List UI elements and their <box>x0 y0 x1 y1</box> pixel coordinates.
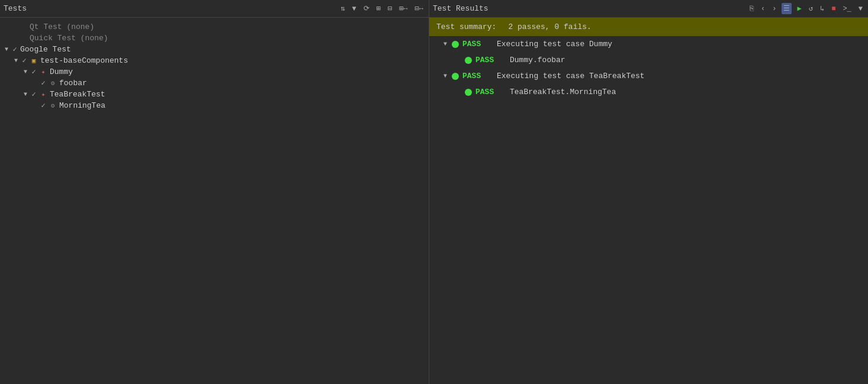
check-teabreak: ✓ <box>30 90 38 99</box>
expand-arrow-base-components: ▼ <box>12 57 20 64</box>
status-dot-teabreak <box>452 73 459 80</box>
copy-icon[interactable]: ⎘ <box>748 4 756 14</box>
status-label-morning-tea: PASS <box>475 88 505 96</box>
results-panel-header: Test Results ⎘ ‹ › ☰ ▶ ↺ ↳ ■ >_ ▼ <box>429 0 868 18</box>
status-label-foobar: PASS <box>475 56 505 64</box>
check-dummy: ✓ <box>30 67 38 76</box>
check-morning-tea: ✓ <box>39 101 47 110</box>
prev-icon[interactable]: ‹ <box>759 4 767 14</box>
tree-item-foobar[interactable]: ✓ ⚙ foobar <box>0 78 429 89</box>
run-icon[interactable]: ▶ <box>795 3 803 14</box>
right-panel: Test Results ⎘ ‹ › ☰ ▶ ↺ ↳ ■ >_ ▼ Test s… <box>429 0 868 384</box>
tree-item-dummy[interactable]: ▼ ✓ ✦ Dummy <box>0 66 429 78</box>
list-view-icon[interactable]: ☰ <box>782 3 792 14</box>
result-text-foobar: Dummy.foobar <box>510 56 565 64</box>
status-dot-morning-tea <box>465 89 472 96</box>
label-qt-test: Qt Test (none) <box>30 22 94 31</box>
expand-all-icon[interactable]: ⊞ <box>375 3 382 14</box>
result-row-dummy-foobar[interactable]: PASS Dummy.foobar <box>429 52 868 68</box>
label-base-components: test-baseComponents <box>40 56 128 65</box>
expand-arrow-teabreak: ▼ <box>21 91 30 98</box>
label-teabreak: TeaBreakTest <box>50 90 105 99</box>
expand-tree-icon[interactable]: ⊞↔ <box>397 3 409 14</box>
next-icon[interactable]: › <box>770 4 778 14</box>
terminal-icon[interactable]: >_ <box>841 4 853 14</box>
folder-icon-base-components: ▣ <box>28 57 39 64</box>
stop-icon[interactable]: ■ <box>830 4 837 14</box>
status-label-teabreak: PASS <box>462 72 492 80</box>
label-foobar: foobar <box>59 79 87 88</box>
label-google-test: Google Test <box>20 45 71 54</box>
status-dot-dummy <box>452 41 459 48</box>
tree-item-teabreak[interactable]: ▼ ✓ ✦ TeaBreakTest <box>0 89 429 100</box>
run-selected-icon[interactable]: ↳ <box>818 3 826 14</box>
filter-results-icon[interactable]: ▼ <box>857 4 864 14</box>
run-failed-icon[interactable]: ↺ <box>807 3 815 14</box>
tree-item-morning-tea[interactable]: ✓ ⚙ MorningTea <box>0 100 429 111</box>
test-func-icon-foobar: ⚙ <box>47 79 58 87</box>
result-row-teabreak-parent[interactable]: ▼ PASS Executing test case TeaBreakTest <box>429 68 868 84</box>
summary-row: Test summary: 2 passes, 0 fails. <box>429 18 868 36</box>
tests-panel-title: Tests <box>4 4 27 13</box>
expand-arrow-dummy: ▼ <box>21 69 30 75</box>
result-text-morning-tea: TeaBreakTest.MorningTea <box>510 88 616 96</box>
tree-item-google-test[interactable]: ▼ ✓ Google Test <box>0 44 429 55</box>
summary-value: 2 passes, 0 fails. <box>508 22 591 31</box>
check-google-test: ✓ <box>11 45 19 54</box>
check-base-components: ✓ <box>20 56 28 65</box>
test-suite-icon-teabreak: ✦ <box>38 91 49 98</box>
main-container: Tests ⇅ ▼ ⟳ ⊞ ⊟ ⊞↔ ⊟↔ Qt Test (none) Qui… <box>0 0 868 384</box>
result-text-dummy: Executing test case Dummy <box>497 40 612 49</box>
tests-tree: Qt Test (none) Quick Test (none) ▼ ✓ Goo… <box>0 18 429 384</box>
tree-item-qt-test[interactable]: Qt Test (none) <box>0 21 429 33</box>
collapse-all-icon[interactable]: ⊟ <box>386 3 394 14</box>
results-content: Test summary: 2 passes, 0 fails. ▼ PASS … <box>429 18 868 384</box>
label-dummy: Dummy <box>50 67 73 76</box>
sort-icon[interactable]: ⇅ <box>339 3 346 14</box>
label-morning-tea: MorningTea <box>59 101 105 110</box>
tree-item-base-components[interactable]: ▼ ✓ ▣ test-baseComponents <box>0 55 429 66</box>
refresh-icon[interactable]: ⟳ <box>362 3 371 14</box>
test-func-icon-morning-tea: ⚙ <box>47 102 58 109</box>
label-quick-test: Quick Test (none) <box>30 34 108 43</box>
tree-item-quick-test[interactable]: Quick Test (none) <box>0 33 429 44</box>
expand-arrow-google-test: ▼ <box>2 46 11 53</box>
collapse-tree-icon[interactable]: ⊟↔ <box>413 3 425 14</box>
result-text-teabreak: Executing test case TeaBreakTest <box>497 72 645 80</box>
status-dot-foobar <box>465 57 472 64</box>
status-label-dummy: PASS <box>462 40 492 49</box>
left-panel: Tests ⇅ ▼ ⟳ ⊞ ⊟ ⊞↔ ⊟↔ Qt Test (none) Qui… <box>0 0 429 384</box>
result-arrow-teabreak: ▼ <box>443 73 452 79</box>
filter-icon[interactable]: ▼ <box>350 4 358 14</box>
result-arrow-dummy: ▼ <box>443 41 452 47</box>
results-panel-title: Test Results <box>433 4 488 13</box>
result-row-dummy-parent[interactable]: ▼ PASS Executing test case Dummy <box>429 36 868 52</box>
result-row-morning-tea[interactable]: PASS TeaBreakTest.MorningTea <box>429 84 868 100</box>
check-foobar: ✓ <box>39 79 47 88</box>
test-suite-icon-dummy: ✦ <box>38 68 49 76</box>
summary-label: Test summary: <box>436 22 496 31</box>
tests-panel-header: Tests ⇅ ▼ ⟳ ⊞ ⊟ ⊞↔ ⊟↔ <box>0 0 429 18</box>
